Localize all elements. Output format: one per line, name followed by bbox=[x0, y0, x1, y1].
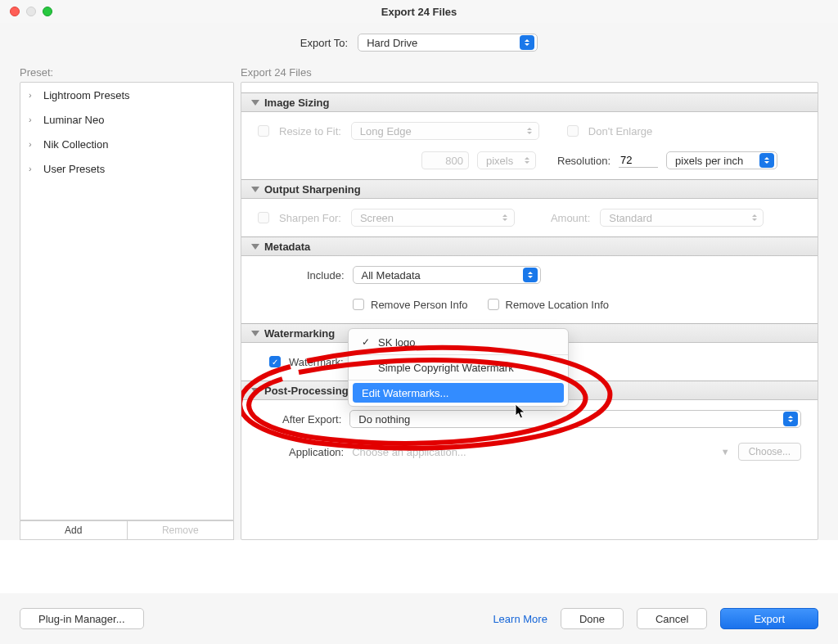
sharpen-for-checkbox[interactable] bbox=[258, 212, 269, 223]
resize-to-fit-checkbox[interactable] bbox=[258, 125, 269, 137]
dont-enlarge-label: Don't Enlarge bbox=[588, 125, 652, 137]
preset-item-label: User Presets bbox=[43, 163, 105, 175]
application-placeholder: Choose an application... bbox=[352, 446, 713, 458]
export-settings-panel[interactable]: Image Sizing Resize to Fit: Long Edge Do… bbox=[241, 82, 818, 540]
metadata-header[interactable]: Metadata bbox=[241, 236, 818, 256]
triangle-down-icon bbox=[251, 331, 259, 336]
preset-column-title: Preset: bbox=[20, 66, 241, 79]
dropdown-stepper-icon bbox=[524, 124, 536, 138]
footer: Plug-in Manager... Learn More Done Cance… bbox=[0, 593, 838, 644]
titlebar: Export 24 Files bbox=[0, 0, 838, 23]
export-to-label: Export To: bbox=[300, 37, 348, 49]
chevron-right-icon: › bbox=[29, 139, 37, 149]
preset-item-label: Luminar Neo bbox=[43, 114, 104, 126]
export-column-title: Export 24 Files bbox=[241, 66, 312, 79]
dropdown-stepper-icon bbox=[499, 210, 511, 225]
watermark-checkbox[interactable]: ✓ bbox=[269, 356, 281, 367]
export-button[interactable]: Export bbox=[720, 608, 818, 629]
sidebar-wrap: › Lightroom Presets › Luminar Neo › Nik … bbox=[20, 82, 234, 540]
content-area: › Lightroom Presets › Luminar Neo › Nik … bbox=[0, 82, 838, 540]
export-to-row: Export To: Hard Drive bbox=[0, 23, 838, 62]
dropdown-stepper-icon bbox=[783, 412, 798, 426]
application-label: Application: bbox=[289, 446, 344, 458]
dropdown-stepper-icon bbox=[520, 153, 533, 168]
resize-to-fit-label: Resize to Fit: bbox=[279, 125, 341, 137]
choose-application-button: Choose... bbox=[738, 443, 801, 461]
output-sharpening-header[interactable]: Output Sharpening bbox=[241, 179, 818, 199]
fit-mode-select: Long Edge bbox=[351, 122, 539, 140]
watermark-label: Watermark: bbox=[289, 356, 344, 368]
menu-item-simple-copyright[interactable]: Simple Copyright Watermark bbox=[349, 358, 568, 377]
include-label: Include: bbox=[307, 269, 345, 281]
image-sizing-body: Resize to Fit: Long Edge Don't Enlarge p… bbox=[241, 112, 818, 179]
preset-sidebar[interactable]: › Lightroom Presets › Luminar Neo › Nik … bbox=[20, 82, 234, 520]
menu-item-edit-watermarks[interactable]: Edit Watermarks... bbox=[353, 383, 564, 403]
dropdown-stepper-icon bbox=[748, 210, 760, 225]
learn-more-link[interactable]: Learn More bbox=[493, 613, 547, 625]
preset-item-nik[interactable]: › Nik Collection bbox=[20, 132, 233, 156]
include-select[interactable]: All Metadata bbox=[353, 266, 541, 284]
cancel-button[interactable]: Cancel bbox=[637, 608, 707, 629]
menu-separator bbox=[349, 380, 568, 381]
image-sizing-header[interactable]: Image Sizing bbox=[241, 92, 818, 112]
add-preset-button[interactable]: Add bbox=[20, 521, 128, 539]
preset-item-user[interactable]: › User Presets bbox=[20, 156, 233, 181]
preset-item-luminar[interactable]: › Luminar Neo bbox=[20, 107, 233, 132]
section-title: Post-Processing bbox=[264, 385, 349, 397]
resolution-unit-select[interactable]: pixels per inch bbox=[666, 151, 777, 169]
remove-location-checkbox[interactable] bbox=[488, 299, 499, 310]
section-title: Image Sizing bbox=[264, 97, 329, 109]
sharpen-target-select: Screen bbox=[351, 209, 515, 227]
amount-select: Standard bbox=[600, 209, 764, 227]
resolution-label: Resolution: bbox=[557, 155, 610, 167]
dropdown-stepper-icon bbox=[520, 35, 534, 50]
post-processing-body: After Export: Do nothing Application: Ch… bbox=[241, 400, 818, 471]
output-sharpening-body: Sharpen For: Screen Amount: Standard bbox=[241, 199, 818, 236]
chevron-right-icon: › bbox=[29, 164, 37, 173]
triangle-down-icon bbox=[251, 244, 259, 250]
section-title: Metadata bbox=[264, 241, 310, 253]
sidebar-buttons: Add Remove bbox=[20, 520, 234, 540]
done-button[interactable]: Done bbox=[561, 608, 624, 629]
chevron-right-icon: › bbox=[29, 115, 37, 124]
dropdown-stepper-icon bbox=[759, 153, 774, 168]
preset-item-label: Nik Collection bbox=[43, 138, 108, 151]
amount-label: Amount: bbox=[551, 212, 590, 224]
checkmark-icon: ✓ bbox=[362, 336, 373, 348]
export-to-select[interactable]: Hard Drive bbox=[358, 34, 538, 52]
section-title: Watermarking bbox=[264, 327, 335, 340]
chevron-right-icon: › bbox=[29, 90, 37, 100]
chevron-down-icon: ▼ bbox=[721, 447, 730, 457]
remove-person-label: Remove Person Info bbox=[371, 299, 468, 311]
sharpen-for-label: Sharpen For: bbox=[279, 212, 341, 224]
after-export-select[interactable]: Do nothing bbox=[349, 410, 801, 428]
metadata-body: Include: All Metadata Remove Person Info… bbox=[241, 256, 818, 323]
remove-person-checkbox[interactable] bbox=[353, 299, 364, 310]
triangle-down-icon bbox=[251, 187, 259, 192]
plugin-manager-button[interactable]: Plug-in Manager... bbox=[20, 608, 144, 629]
preset-item-lightroom[interactable]: › Lightroom Presets bbox=[20, 83, 233, 107]
after-export-label: After Export: bbox=[282, 413, 341, 426]
columns-header: Preset: Export 24 Files bbox=[0, 62, 838, 82]
remove-preset-button: Remove bbox=[128, 521, 234, 539]
size-value-input bbox=[421, 151, 469, 169]
size-unit-select: pixels bbox=[477, 151, 536, 169]
triangle-down-icon bbox=[251, 100, 259, 106]
menu-item-sk-logo[interactable]: ✓ SK logo bbox=[349, 332, 568, 352]
export-to-value: Hard Drive bbox=[367, 37, 520, 49]
menu-separator bbox=[349, 354, 568, 355]
preset-item-label: Lightroom Presets bbox=[43, 89, 130, 101]
dont-enlarge-checkbox bbox=[567, 125, 579, 137]
resolution-input[interactable] bbox=[619, 153, 658, 168]
watermark-dropdown-menu[interactable]: ✓ SK logo Simple Copyright Watermark Edi… bbox=[348, 328, 569, 407]
section-title: Output Sharpening bbox=[264, 183, 361, 196]
dropdown-stepper-icon bbox=[523, 268, 538, 282]
remove-location-label: Remove Location Info bbox=[506, 299, 609, 311]
window-title: Export 24 Files bbox=[0, 6, 838, 18]
triangle-down-icon bbox=[251, 388, 259, 394]
